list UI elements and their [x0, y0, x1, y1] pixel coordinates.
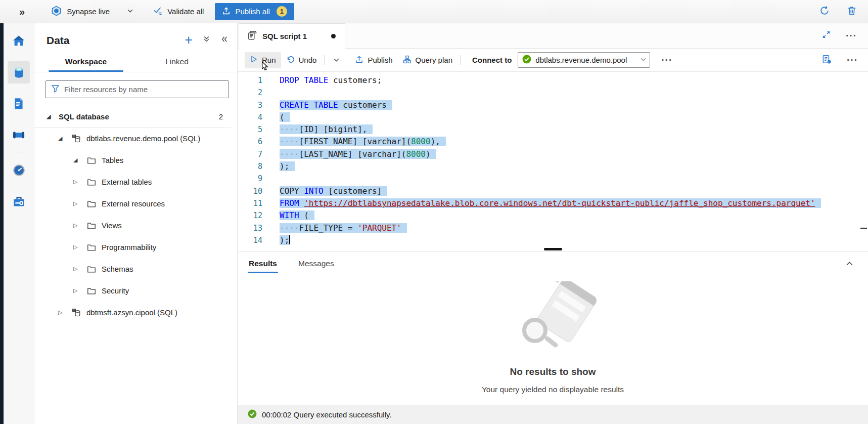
collapse-all-icon[interactable] — [203, 35, 210, 45]
pool-chevron-icon — [640, 56, 647, 64]
twisty-collapsed-icon[interactable]: ▷ — [73, 244, 80, 250]
query-status-bar: 00:00:02 Query executed successfully. — [238, 405, 868, 424]
collapse-results-icon[interactable] — [845, 260, 854, 268]
tree-item[interactable]: ▷Views — [34, 215, 237, 236]
editor-results-splitter — [238, 247, 868, 251]
chevron-down-icon — [127, 7, 133, 16]
document-tabstrip: SQL script 1 ··· — [238, 23, 868, 49]
line-number: 8 — [238, 160, 280, 173]
twisty-collapsed-icon[interactable]: ▷ — [73, 200, 80, 207]
undo-icon — [286, 55, 295, 65]
filter-resources-input[interactable] — [64, 85, 223, 94]
refresh-icon[interactable] — [819, 6, 830, 18]
code-line[interactable]: 9 — [238, 173, 868, 185]
code-line[interactable]: 3CREATE TABLE customers — [238, 99, 868, 111]
code-line[interactable]: 6····[FIRST_NAME] [varchar](8000), — [238, 136, 868, 148]
publish-all-label: Publish all — [235, 7, 269, 16]
tab-messages[interactable]: Messages — [294, 251, 338, 276]
line-number: 9 — [238, 173, 280, 185]
tree-item-label: Tables — [102, 156, 123, 164]
tab-more-actions-icon[interactable]: ··· — [846, 31, 857, 40]
tab-results[interactable]: Results — [245, 251, 281, 276]
twisty-collapsed-icon[interactable]: ▷ — [73, 287, 80, 294]
code-line[interactable]: 8); — [238, 160, 868, 173]
nav-develop-button[interactable] — [7, 88, 31, 119]
filter-icon — [51, 84, 60, 95]
line-number: 4 — [238, 111, 280, 123]
code-line[interactable]: 10COPY INTO [customers] — [238, 185, 868, 197]
twisty-expanded-icon[interactable]: ◢ — [47, 113, 54, 120]
nav-data-button[interactable] — [7, 57, 31, 88]
code-line[interactable]: 14); — [238, 234, 868, 246]
line-content: ); — [280, 234, 290, 246]
query-plan-button[interactable]: Query plan — [398, 52, 458, 68]
tree-item-label: External resources — [102, 199, 165, 208]
properties-icon[interactable] — [821, 54, 832, 66]
tree-root-sql-database[interactable]: ◢ SQL database 2 — [34, 106, 231, 128]
validate-all-button[interactable]: Validate all — [147, 3, 210, 20]
environment-selector[interactable]: Synapse live — [51, 6, 133, 18]
tab-linked[interactable]: Linked — [139, 57, 215, 72]
line-number: 10 — [238, 185, 280, 197]
nav-manage-button[interactable] — [7, 186, 31, 217]
twisty-collapsed-icon[interactable]: ▷ — [73, 222, 80, 229]
filter-resources-box — [45, 80, 229, 98]
nav-monitor-button[interactable] — [7, 154, 31, 186]
code-line[interactable]: 4( — [238, 111, 868, 123]
connect-more-icon[interactable]: ··· — [661, 55, 672, 65]
toolbar-more-icon[interactable]: ··· — [847, 55, 858, 65]
data-panel-title: Data — [47, 34, 70, 47]
tab-sql-script-1[interactable]: SQL script 1 — [239, 23, 345, 49]
code-line[interactable]: 7····[LAST_NAME] [varchar](8000) — [238, 148, 868, 160]
unsaved-dot — [331, 34, 336, 38]
code-line[interactable]: 11FROM 'https://dbtlabsynapsedatalake.bl… — [238, 197, 868, 209]
add-resource-button[interactable]: + — [185, 33, 193, 47]
pool-name: dbtlabs.revenue.demo.pool — [535, 56, 636, 64]
tree-item[interactable]: ▷Security — [34, 280, 237, 302]
tree-item[interactable]: ▷Schemas — [34, 258, 237, 280]
tree-item-label: Security — [102, 286, 129, 295]
expand-panel-icon[interactable]: » — [19, 7, 25, 17]
expand-editor-icon[interactable] — [822, 30, 831, 41]
sql-script-icon — [247, 30, 257, 42]
twisty-collapsed-icon[interactable]: ▷ — [58, 309, 65, 316]
nav-integrate-button[interactable] — [7, 119, 31, 151]
sql-code-editor[interactable]: 1DROP TABLE customers;23CREATE TABLE cus… — [238, 72, 868, 247]
run-button[interactable]: Run — [245, 52, 281, 68]
tree-item-label: dbtlabs.revenue.demo.pool (SQL) — [86, 134, 200, 143]
publish-button[interactable]: Publish — [350, 52, 397, 68]
database-icon — [71, 308, 81, 318]
tree-item[interactable]: ▷External tables — [34, 171, 237, 193]
synapse-studio: » Synapse live Validate all Publish all … — [0, 0, 868, 424]
undo-redo-dropdown[interactable] — [328, 52, 345, 68]
code-line[interactable]: 5····[ID] [bigint], — [238, 123, 868, 136]
twisty-collapsed-icon[interactable]: ▷ — [73, 179, 80, 185]
twisty-expanded-icon[interactable]: ◢ — [73, 157, 80, 163]
discard-all-icon[interactable] — [847, 6, 857, 18]
connect-pool-dropdown[interactable]: dbtlabs.revenue.demo.pool — [518, 52, 650, 68]
code-line[interactable]: 13····FILE_TYPE = 'PARQUET' — [238, 222, 868, 234]
line-number: 14 — [238, 234, 280, 246]
tree-item[interactable]: ▷Programmability — [34, 236, 237, 258]
tree-item[interactable]: ◢dbtlabs.revenue.demo.pool (SQL) — [34, 128, 237, 149]
tree-item-label: External tables — [102, 178, 152, 186]
splitter-handle[interactable] — [544, 248, 562, 250]
tree-item[interactable]: ▷dbtmsft.azsyn.cipool (SQL) — [34, 302, 237, 323]
tab-workspace[interactable]: Workspace — [48, 57, 124, 72]
collapse-panel-icon[interactable] — [220, 35, 228, 45]
undo-button[interactable]: Undo — [281, 52, 322, 68]
code-line[interactable]: 1DROP TABLE customers; — [238, 74, 868, 87]
code-line[interactable]: 2 — [238, 87, 868, 99]
nav-home-button[interactable] — [7, 25, 31, 57]
twisty-expanded-icon[interactable]: ◢ — [58, 135, 65, 142]
tree-item[interactable]: ◢Tables — [34, 149, 237, 171]
text-cursor — [289, 235, 290, 244]
code-line[interactable]: 12WITH ( — [238, 209, 868, 222]
data-panel-tabs: Workspace Linked — [34, 51, 237, 72]
twisty-collapsed-icon[interactable]: ▷ — [73, 266, 80, 272]
publish-icon — [222, 7, 231, 17]
run-label: Run — [262, 56, 276, 64]
tree-item[interactable]: ▷External resources — [34, 193, 237, 215]
publish-all-button[interactable]: Publish all 1 — [215, 3, 294, 20]
environment-label: Synapse live — [67, 7, 110, 16]
